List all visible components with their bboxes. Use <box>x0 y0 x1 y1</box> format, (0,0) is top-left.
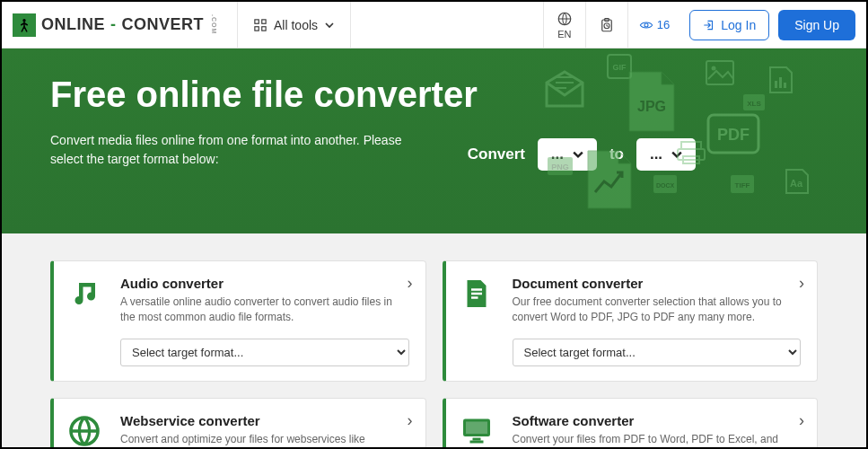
svg-text:Aa: Aa <box>790 178 803 189</box>
svg-rect-2 <box>262 19 266 22</box>
signup-label: Sign Up <box>794 18 839 32</box>
eye-icon <box>639 20 653 31</box>
convert-to-select[interactable]: ... <box>636 138 696 171</box>
card-title: Document converter <box>513 276 802 291</box>
svg-text:GIF: GIF <box>613 63 627 72</box>
history-button[interactable] <box>585 2 627 48</box>
svg-rect-20 <box>708 115 758 153</box>
pdf-icon: PDF <box>705 111 762 156</box>
convert-controls: Convert ... to ... <box>468 138 696 171</box>
chevron-right-icon: › <box>408 411 413 430</box>
signup-button[interactable]: Sign Up <box>778 10 855 40</box>
tiff-icon: TIFF <box>730 174 755 194</box>
globe-icon <box>68 415 104 449</box>
hero-title: Free online file converter <box>50 74 818 115</box>
converter-cards-grid: Audio converter A versatile online audio… <box>2 233 866 449</box>
all-tools-label: All tools <box>274 18 318 32</box>
chevron-right-icon: › <box>799 411 804 430</box>
svg-rect-27 <box>653 175 677 193</box>
brand-text-2: CONVERT <box>122 15 205 34</box>
all-tools-dropdown[interactable]: All tools <box>237 2 351 48</box>
chevron-down-icon <box>573 149 583 160</box>
font-file-icon: Aa <box>784 167 811 196</box>
svg-rect-4 <box>262 26 266 30</box>
to-label: to <box>609 145 624 163</box>
grid-icon <box>254 19 267 31</box>
brand-dash: - <box>110 15 117 34</box>
svg-point-0 <box>22 19 25 22</box>
svg-point-9 <box>644 23 648 27</box>
svg-rect-36 <box>469 440 483 443</box>
convert-from-select[interactable]: ... <box>538 138 597 171</box>
document-icon <box>460 277 496 366</box>
globe-icon <box>557 11 573 27</box>
login-icon <box>703 19 715 31</box>
card-title: Audio converter <box>120 276 409 291</box>
header-bar: ONLINE-CONVERT .COM All tools EN 16 Log … <box>2 2 866 48</box>
convert-label: Convert <box>468 145 525 163</box>
card-description: Convert your files from PDF to Word, PDF… <box>513 432 802 449</box>
credits-count: 16 <box>657 18 670 31</box>
hero-subtitle: Convert media files online from one form… <box>50 131 427 169</box>
monitor-icon <box>460 415 496 449</box>
svg-text:PDF: PDF <box>717 126 750 144</box>
credits-display[interactable]: 16 <box>627 2 680 48</box>
logo[interactable]: ONLINE-CONVERT .COM <box>13 13 217 37</box>
software-converter-card[interactable]: Software converter Convert your files fr… <box>443 398 819 449</box>
svg-text:TIFF: TIFF <box>735 181 750 189</box>
svg-rect-34 <box>466 421 487 434</box>
svg-point-14 <box>712 66 716 71</box>
chevron-down-icon <box>325 21 334 30</box>
chevron-right-icon: › <box>408 274 413 293</box>
svg-rect-3 <box>255 26 259 30</box>
svg-rect-1 <box>255 19 259 22</box>
language-code: EN <box>557 29 571 40</box>
convert-from-value: ... <box>551 145 564 163</box>
convert-to-value: ... <box>650 145 662 163</box>
card-title: Software converter <box>513 413 802 428</box>
logo-icon <box>13 13 36 37</box>
document-target-format-select[interactable]: Select target format... <box>513 339 802 366</box>
card-description: Convert and optimize your files for webs… <box>120 432 409 449</box>
svg-rect-35 <box>472 437 480 440</box>
hero-section: Free online file converter Convert media… <box>2 48 866 233</box>
audio-target-format-select[interactable]: Select target format... <box>120 339 409 366</box>
music-note-icon <box>68 277 104 366</box>
brand-text-1: ONLINE <box>41 15 105 34</box>
webservice-converter-card[interactable]: Webservice converter Convert and optimiz… <box>50 398 426 449</box>
svg-text:DOCX: DOCX <box>656 182 675 189</box>
card-description: A versatile online audio converter to co… <box>120 295 409 326</box>
document-converter-card[interactable]: Document converter Our free document con… <box>443 260 819 382</box>
language-button[interactable]: EN <box>543 2 585 48</box>
clipboard-clock-icon <box>599 17 615 33</box>
chevron-down-icon <box>671 149 682 160</box>
audio-converter-card[interactable]: Audio converter A versatile online audio… <box>50 260 426 382</box>
chevron-right-icon: › <box>799 274 804 293</box>
card-description: Our free document converter selection th… <box>513 295 802 326</box>
brand-suffix: .COM <box>211 14 217 34</box>
docx-icon: DOCX <box>653 174 678 194</box>
card-title: Webservice converter <box>120 413 409 428</box>
login-label: Log In <box>721 18 756 32</box>
svg-rect-29 <box>731 175 754 193</box>
login-button[interactable]: Log In <box>689 10 769 40</box>
